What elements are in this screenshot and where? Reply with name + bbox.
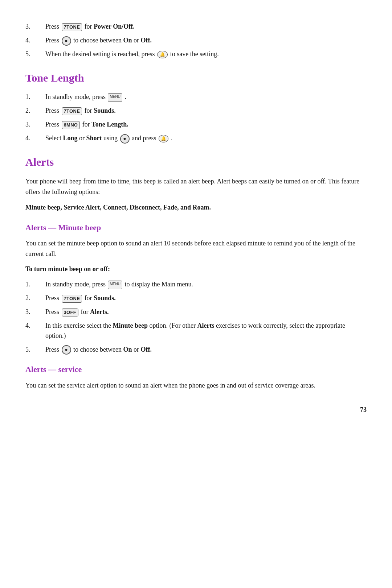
alerts-minute-title: Alerts — Minute beep: [25, 221, 367, 234]
alerts-service-paragraph: You can set the service alert option to …: [25, 380, 367, 391]
turn-minute-label: To turn minute beep on or off:: [25, 265, 110, 273]
save-key-icon: 🔔: [157, 51, 168, 58]
tl-1-number: 1.: [25, 92, 45, 102]
mb-4-number: 4.: [25, 321, 45, 331]
mb5-off-label: Off.: [140, 346, 152, 353]
mb-3-item: 3. Press 3OFF for Alerts.: [25, 307, 367, 317]
step3-bold-label: Power On/Off.: [94, 23, 135, 30]
tl4-short-label: Short: [86, 134, 102, 142]
turn-minute-bold: To turn minute beep on or off:: [25, 264, 367, 274]
mb4-minute-label: Minute beep: [113, 322, 148, 329]
step-4-content: Press ● to choose between On or Off.: [45, 36, 367, 46]
step4-off-label: Off.: [140, 37, 152, 44]
mb-5-number: 5.: [25, 345, 45, 355]
mb-1-item: 1. In standby mode, press MENU to displa…: [25, 279, 367, 290]
key-7tone-mb2: 7TONE: [62, 295, 82, 303]
tl-1-item: 1. In standby mode, press MENU .: [25, 92, 367, 102]
mb-3-content: Press 3OFF for Alerts.: [45, 307, 367, 317]
key-7tone-icon: 7TONE: [62, 23, 82, 31]
alerts-bold-text: Minute beep, Service Alert, Connect, Dis…: [25, 204, 211, 211]
step-4-item: 4. Press ● to choose between On or Off.: [25, 36, 367, 46]
tone-length-title: Tone Length: [25, 70, 367, 87]
alerts-service-title: Alerts — service: [25, 363, 367, 376]
mb-5-content: Press ● to choose between On or Off.: [45, 345, 367, 355]
tl-3-item: 3. Press 6MNO for Tone Length.: [25, 120, 367, 130]
alerts-minute-paragraph: You can set the minute beep option to so…: [25, 238, 367, 259]
tl-4-content: Select Long or Short using ● and press 🔔…: [45, 133, 367, 144]
tl-2-item: 2. Press 7TONE for Sounds.: [25, 106, 367, 116]
tl4-long-label: Long: [63, 134, 77, 142]
tl-4-number: 4.: [25, 133, 45, 144]
save-key-tl4: 🔔: [159, 135, 168, 142]
tl-4-item: 4. Select Long or Short using ● and pres…: [25, 133, 367, 144]
step4-on-label: On: [123, 37, 132, 44]
step-3-item: 3. Press 7TONE for Power On/Off.: [25, 22, 367, 32]
menu-key-icon-tl1: MENU: [108, 93, 122, 102]
nav-key-icon: ●: [62, 36, 71, 46]
step-3-content: Press 7TONE for Power On/Off.: [45, 22, 367, 32]
alerts-paragraph1: Your phone will beep from time to time, …: [25, 176, 367, 197]
mb-1-content: In standby mode, press MENU to display t…: [45, 279, 367, 290]
nav-key-mb5: ●: [62, 345, 71, 355]
alerts-bold-options: Minute beep, Service Alert, Connect, Dis…: [25, 202, 367, 213]
mb-2-number: 2.: [25, 293, 45, 303]
tl-3-number: 3.: [25, 120, 45, 130]
alerts-title: Alerts: [25, 154, 367, 171]
tl-2-number: 2.: [25, 106, 45, 116]
tl-3-content: Press 6MNO for Tone Length.: [45, 120, 367, 130]
mb-2-item: 2. Press 7TONE for Sounds.: [25, 293, 367, 303]
mb4-alerts-label: Alerts: [197, 322, 214, 329]
step-5-number: 5.: [25, 49, 45, 59]
tl2-sounds-label: Sounds.: [94, 107, 116, 114]
mb5-on-label: On: [123, 346, 132, 353]
mb-3-number: 3.: [25, 307, 45, 317]
mb-4-content: In this exercise select the Minute beep …: [45, 321, 367, 341]
mb-4-item: 4. In this exercise select the Minute be…: [25, 321, 367, 341]
step-4-number: 4.: [25, 36, 45, 46]
tl-2-content: Press 7TONE for Sounds.: [45, 106, 367, 116]
key-7tone-tl2: 7TONE: [62, 107, 82, 115]
mb-1-number: 1.: [25, 279, 45, 290]
step-5-item: 5. When the desired setting is reached, …: [25, 49, 367, 59]
page-number: 73: [25, 405, 367, 415]
tl-1-content: In standby mode, press MENU .: [45, 92, 367, 102]
mb-5-item: 5. Press ● to choose between On or Off.: [25, 345, 367, 355]
tl3-tone-label: Tone Length.: [91, 121, 128, 128]
key-3off-mb3: 3OFF: [62, 309, 78, 316]
menu-key-mb1: MENU: [108, 281, 122, 290]
mb3-alerts-label: Alerts.: [90, 308, 109, 315]
step-3-number: 3.: [25, 22, 45, 32]
mb2-sounds-label: Sounds.: [94, 294, 116, 302]
step-5-content: When the desired setting is reached, pre…: [45, 49, 367, 59]
nav-key-tl4: ●: [120, 134, 130, 144]
mb-2-content: Press 7TONE for Sounds.: [45, 293, 367, 303]
key-6mno-icon: 6MNO: [62, 121, 80, 129]
